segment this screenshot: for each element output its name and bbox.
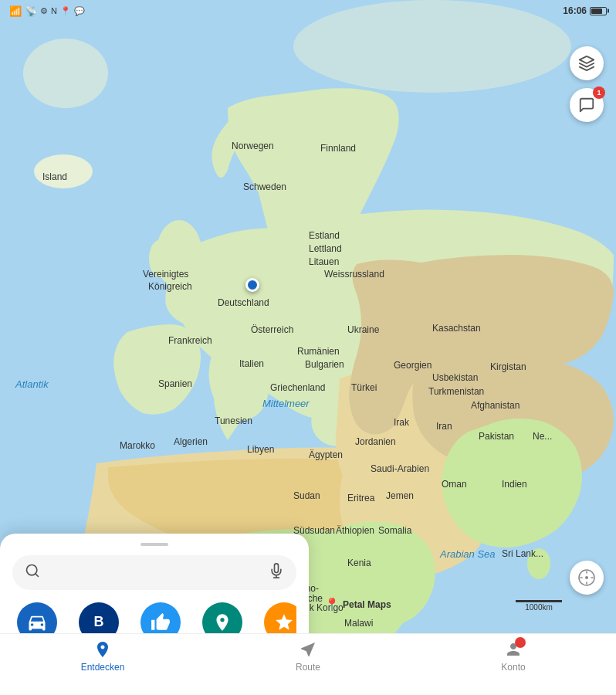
nav-icon-wrap-route — [299, 640, 317, 659]
mic-icon[interactable] — [269, 563, 284, 582]
bottom-nav: Entdecken Route Konto — [0, 633, 616, 695]
nav-label-route: Route — [296, 662, 320, 673]
pin-dot — [245, 278, 259, 292]
sheet-handle — [140, 543, 168, 546]
nav-label-entdecken: Entdecken — [81, 662, 125, 673]
status-time: 16:06 — [563, 5, 587, 16]
battery-fill — [591, 8, 602, 14]
signal-icon: 📶 — [9, 5, 22, 17]
bluetooth-icon: ⚙ — [40, 6, 48, 16]
location-pin — [245, 278, 259, 292]
wifi-icon: 📡 — [25, 5, 37, 17]
svg-point-1 — [23, 39, 108, 108]
nav-label-konto: Konto — [501, 662, 525, 673]
search-input[interactable] — [49, 565, 259, 579]
nav-item-konto[interactable]: Konto — [482, 640, 544, 673]
petal-text: Petal Maps — [343, 599, 391, 610]
location-icon: 📍 — [60, 6, 71, 16]
petal-icon: 📍 — [324, 597, 340, 612]
messages-badge: 1 — [593, 86, 605, 99]
messages-button[interactable]: 1 — [570, 88, 604, 122]
search-icon — [25, 563, 40, 582]
status-bar: 📶 📡 ⚙ N 📍 💬 16:06 — [0, 0, 616, 22]
layers-button[interactable] — [570, 46, 604, 80]
search-bar[interactable] — [12, 555, 296, 590]
nav-item-route[interactable]: Route — [277, 640, 339, 673]
scale-indicator: 1000km — [516, 600, 562, 612]
svg-point-8 — [585, 576, 588, 579]
scale-label: 1000km — [525, 603, 553, 612]
petal-maps-logo: 📍 Petal Maps — [324, 597, 391, 612]
konto-badge — [515, 637, 526, 648]
nav-icon-wrap-konto — [504, 640, 523, 659]
nfc-icon: N — [51, 6, 57, 15]
svg-point-6 — [527, 548, 550, 579]
scale-bar — [516, 600, 562, 602]
messenger-icon: 💬 — [74, 6, 85, 16]
compass-button[interactable] — [570, 561, 604, 595]
nav-item-entdecken[interactable]: Entdecken — [72, 640, 134, 673]
map-controls: 1 — [570, 46, 604, 122]
status-icons-left: 📶 📡 ⚙ N 📍 💬 — [9, 5, 85, 17]
svg-point-3 — [34, 154, 93, 188]
status-right: 16:06 — [563, 5, 607, 16]
battery-indicator — [590, 7, 607, 15]
nav-icon-wrap-entdecken — [93, 640, 112, 659]
